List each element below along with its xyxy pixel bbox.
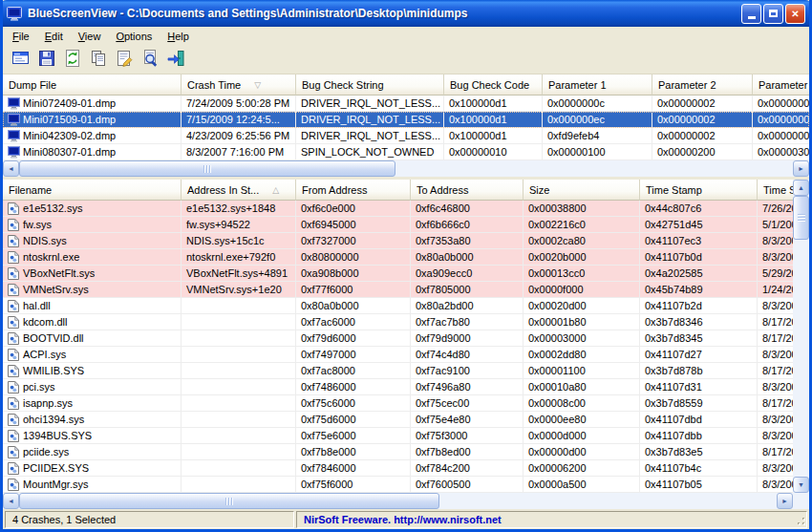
menu-help[interactable]: Help [160,29,197,44]
cell-bug-check-string: DRIVER_IRQL_NOT_LESS... [296,128,444,144]
driver-row[interactable]: 1394BUS.SYS0xf75e60000xf75f30000x0000d00… [3,428,793,444]
cell-filename: PCIIDEX.SYS [3,460,182,477]
upper-horizontal-scrollbar[interactable]: ◄ ► [3,160,809,177]
driver-row[interactable]: kdcom.dll0xf7ac60000xf7ac7b800x00001b800… [3,314,793,330]
cell-text: WMILIB.SYS [23,363,84,378]
find-icon [140,49,160,72]
cell-from-address: 0xf7327000 [296,233,411,249]
nirsoft-link[interactable]: NirSoft Freeware. http://www.nirsoft.net [304,514,502,525]
lower-vscrollbar-thumb[interactable] [793,196,809,240]
crash-row[interactable]: Mini080307-01.dmp8/3/2007 7:16:00 PMSPIN… [3,144,809,160]
cell-time-stamp: 0x41107b0d [640,249,758,266]
column-header-time-str[interactable]: Time Str [758,180,793,201]
scroll-up-button[interactable]: ▲ [793,180,809,196]
cell-parameter2: 0x00000200 [652,144,753,160]
exit-button[interactable] [162,48,188,73]
upper-scrollbar-thumb[interactable] [19,160,395,177]
driver-row[interactable]: ntoskrnl.exentoskrnl.exe+792f00x80800000… [3,249,793,266]
menu-options[interactable]: Options [108,29,160,44]
scroll-left-button[interactable]: ◄ [3,160,19,177]
column-header-to-address[interactable]: To Address [411,180,524,201]
lower-horizontal-scrollbar[interactable]: ◄ ► [3,493,793,509]
cell-size: 0x00038800 [524,201,640,217]
cell-filename: MountMgr.sys [3,477,182,493]
crash-row[interactable]: Mini071509-01.dmp7/15/2009 12:24:5...DRI… [3,112,809,128]
copy-button[interactable] [85,48,111,73]
advanced-options-icon [11,49,31,72]
column-header-parameter-3[interactable]: Parameter 3 [753,74,809,96]
column-header-from-address[interactable]: From Address [296,180,411,201]
column-header-filename[interactable]: Filename [3,180,182,201]
column-header-dump-file[interactable]: Dump File [3,74,182,96]
column-header-bug-check-code[interactable]: Bug Check Code [444,74,543,96]
cell-address-in-stack: NDIS.sys+15c1c [182,233,296,249]
advanced-options-button[interactable] [8,48,33,73]
lower-vertical-scrollbar[interactable]: ▲ ▼ [793,180,809,493]
cell-filename: hal.dll [3,298,182,314]
cell-text: VBoxNetFlt.sys [23,266,95,281]
driver-row[interactable]: VMNetSrv.sysVMNetSrv.sys+1e200xf77f60000… [3,282,793,298]
cell-text: hal.dll [23,298,51,313]
column-header-time-stamp[interactable]: Time Stamp [640,180,758,201]
column-header-size[interactable]: Size [524,180,640,201]
menu-file[interactable]: File [5,29,37,44]
scroll-right-button[interactable]: ► [793,160,809,177]
driver-row[interactable]: BOOTVID.dll0xf79d60000xf79d90000x0000300… [3,330,793,347]
refresh-button[interactable] [59,48,85,73]
crash-list-rows: Mini072409-01.dmp7/24/2009 5:00:28 PMDRI… [3,96,809,160]
driver-row[interactable]: NDIS.sysNDIS.sys+15c1c0xf73270000xf7353a… [3,233,793,249]
driver-row[interactable]: VBoxNetFlt.sysVBoxNetFlt.sys+48910xa908b… [3,266,793,282]
maximize-button[interactable] [763,4,783,24]
scroll-right-button[interactable]: ► [777,493,793,509]
driver-row[interactable]: hal.dll0x80a0b0000x80a2bd000x00020d000x4… [3,298,793,314]
scroll-left-button[interactable]: ◄ [3,493,19,509]
driver-row[interactable]: WMILIB.SYS0xf7ac80000xf7ac91000x00001100… [3,363,793,379]
resize-grip[interactable] [795,515,806,526]
driver-row[interactable]: isapnp.sys0xf75c60000xf75cec000x00008c00… [3,395,793,412]
crash-row[interactable]: Mini042309-02.dmp4/23/2009 6:25:56 PMDRI… [3,128,809,144]
driver-row[interactable]: ACPI.sys0xf74970000xf74c4d800x0002dd800x… [3,347,793,363]
driver-row[interactable]: ohci1394.sys0xf75d60000xf75e4e800x0000ee… [3,412,793,428]
cell-parameter3: 0x0000000 [753,112,809,128]
crash-row[interactable]: Mini072409-01.dmp7/24/2009 5:00:28 PMDRI… [3,96,809,112]
column-header-address-in-st[interactable]: Address In St...△ [182,180,296,201]
cell-time-string: 8/17/20 [758,314,793,330]
cell-from-address: 0xf7846000 [296,460,411,477]
minimize-button[interactable] [741,4,761,24]
cell-to-address: 0xf75f3000 [411,428,524,444]
driver-row[interactable]: PCIIDEX.SYS0xf78460000xf784c2000x0000620… [3,460,793,477]
driver-row[interactable]: pciide.sys0xf7b8e0000xf7b8ed000x00000d00… [3,444,793,460]
properties-button[interactable] [111,48,137,73]
scroll-down-button[interactable]: ▼ [793,477,809,493]
cell-text: 1394BUS.SYS [23,428,92,443]
cell-to-address: 0xf75e4e80 [411,412,524,428]
cell-time-string: 8/3/200 [758,428,793,444]
menu-edit[interactable]: Edit [37,29,71,44]
menu-view[interactable]: View [71,29,109,44]
driver-row[interactable]: pci.sys0xf74860000xf7496a800x00010a800x4… [3,379,793,395]
driver-row[interactable]: e1e5132.syse1e5132.sys+18480xf6c0e0000xf… [3,201,793,217]
driver-file-icon [8,251,23,264]
save-button[interactable] [33,48,59,73]
cell-parameter3: 0x0000000 [753,128,809,144]
driver-row[interactable]: MountMgr.sys0xf75f60000xf76005000x0000a5… [3,477,793,493]
find-button[interactable] [137,48,162,73]
driver-file-icon [8,332,23,345]
close-button[interactable]: ✕ [785,4,805,24]
column-label: Time Stamp [646,184,702,196]
lower-scrollbar-thumb[interactable] [19,493,439,509]
column-label: To Address [417,184,468,196]
status-bar: 4 Crashes, 1 Selected NirSoft Freeware. … [3,509,809,529]
cell-from-address: 0xf7486000 [296,379,411,395]
driver-row[interactable]: fw.sysfw.sys+945220xf69450000xf6b666c00x… [3,217,793,233]
column-header-crash-time[interactable]: Crash Time▽ [182,74,296,96]
cell-bug-check-code: 0x100000d1 [444,96,543,112]
column-header-bug-check-string[interactable]: Bug Check String [296,74,444,96]
cell-from-address: 0xf6c0e000 [296,201,411,217]
cell-filename: VBoxNetFlt.sys [3,266,182,282]
column-header-parameter-2[interactable]: Parameter 2 [652,74,753,96]
scrollbar-corner [793,493,809,509]
cell-from-address: 0xf79d6000 [296,330,411,347]
column-header-parameter-1[interactable]: Parameter 1 [543,74,652,96]
title-bar[interactable]: BlueScreenView - C:\Documents and Settin… [0,0,812,27]
